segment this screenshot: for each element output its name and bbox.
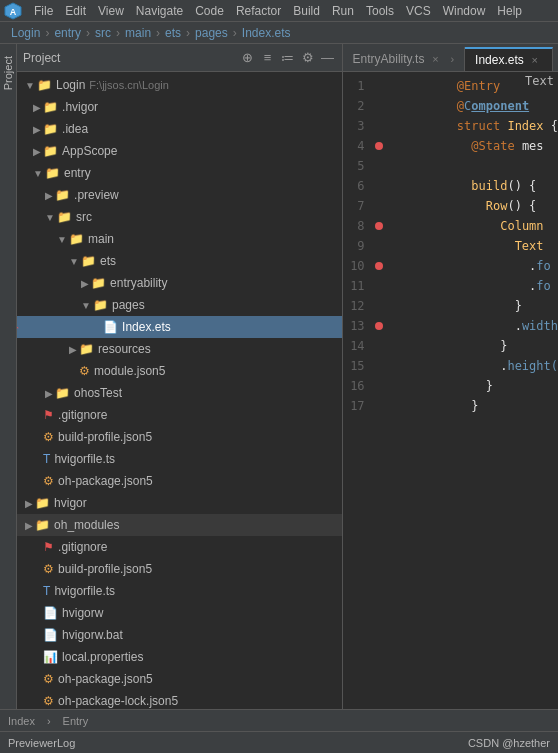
editor-content: 1 @Entry 2 @Component 3 struct Index { (343, 72, 558, 709)
tab-index-close[interactable]: × (528, 53, 542, 67)
menu-run[interactable]: Run (326, 2, 360, 20)
tree-item-resources[interactable]: ▶ 📁 resources (17, 338, 342, 360)
menu-window[interactable]: Window (437, 2, 492, 20)
folder-icon: 📁 (35, 496, 50, 510)
bc-src[interactable]: src (95, 26, 111, 40)
tree-label: .idea (62, 122, 88, 136)
bc-login[interactable]: Login (11, 26, 40, 40)
folder-icon: 📁 (81, 254, 96, 268)
tab-entryability-close[interactable]: × (428, 52, 442, 66)
tree-item-build-profile[interactable]: ▶ ⚙ build-profile.json5 (17, 426, 342, 448)
arrow-icon: ▼ (81, 300, 91, 311)
tree-item-gitignore2[interactable]: ▶ ⚑ .gitignore (17, 536, 342, 558)
menu-view[interactable]: View (92, 2, 130, 20)
svg-point-2 (375, 142, 383, 150)
menu-code[interactable]: Code (189, 2, 230, 20)
bc-ets[interactable]: ets (165, 26, 181, 40)
tree-item-hvigorw[interactable]: ▶ 📄 hvigorw (17, 602, 342, 624)
tree-item-oh-package-lock[interactable]: ▶ ⚙ oh-package-lock.json5 (17, 690, 342, 709)
arrow-icon: ▶ (25, 498, 33, 509)
folder-src-icon: 📁 (57, 210, 72, 224)
tree-item-gitignore1[interactable]: ▶ ⚑ .gitignore (17, 404, 342, 426)
tree-item-oh-package[interactable]: ▶ ⚙ oh-package.json5 (17, 470, 342, 492)
tree-item-oh-modules[interactable]: ▶ 📁 oh_modules (17, 514, 342, 536)
tree-item-src[interactable]: ▼ 📁 src (17, 206, 342, 228)
project-tab-label[interactable]: Project (0, 48, 16, 98)
tree-item-hvigorfile-ts2[interactable]: ▶ T hvigorfile.ts (17, 580, 342, 602)
file-tree: ▼ 📁 Login F:\jjsos.cn\Login ▶ 📁 .hvigor … (17, 72, 342, 709)
tree-item-hvigor-root[interactable]: ▶ 📁 hvigor (17, 492, 342, 514)
line-num-8: 8 (343, 219, 373, 233)
oh-modules-folder-icon: 📁 (35, 518, 50, 532)
line-num-14: 14 (343, 339, 373, 353)
settings-icon[interactable]: ⚙ (300, 50, 316, 66)
tree-label: hvigorw.bat (62, 628, 123, 642)
line-num-4: 4 (343, 139, 373, 153)
folder-icon: 📁 (43, 100, 58, 114)
tree-item-index-ets[interactable]: ▶ 📄 Index.ets (17, 316, 342, 338)
tree-item-build-profile2[interactable]: ▶ ⚙ build-profile.json5 (17, 558, 342, 580)
tree-item-ets[interactable]: ▼ 📁 ets (17, 250, 342, 272)
tree-item-login[interactable]: ▼ 📁 Login F:\jjsos.cn\Login (17, 74, 342, 96)
svg-point-3 (375, 222, 383, 230)
tree-item-local-properties[interactable]: ▶ 📊 local.properties (17, 646, 342, 668)
tab-entryability[interactable]: EntryAbility.ts × › (343, 47, 465, 71)
menu-file[interactable]: File (28, 2, 59, 20)
bc-pages[interactable]: pages (195, 26, 228, 40)
minimize-icon[interactable]: — (320, 50, 336, 66)
folder-icon: 📁 (55, 188, 70, 202)
json-file-icon4: ⚙ (43, 562, 54, 576)
arrow-icon: ▼ (25, 80, 35, 91)
git-file-icon2: ⚑ (43, 540, 54, 554)
tree-item-hvigor[interactable]: ▶ 📁 .hvigor (17, 96, 342, 118)
breakpoint-13 (373, 321, 385, 331)
ts-file-icon2: T (43, 584, 50, 598)
tree-label: oh_modules (54, 518, 119, 532)
tree-item-entryability[interactable]: ▶ 📁 entryability (17, 272, 342, 294)
tree-item-hvigorfile-ts[interactable]: ▶ T hvigorfile.ts (17, 448, 342, 470)
tree-label: Login (56, 78, 85, 92)
previewer-log[interactable]: PreviewerLog (8, 737, 75, 749)
breakpoint-dot-8 (374, 221, 384, 231)
menu-vcs[interactable]: VCS (400, 2, 437, 20)
menu-refactor[interactable]: Refactor (230, 2, 287, 20)
project-panel-title: Project (23, 51, 236, 65)
tree-item-pages[interactable]: ▼ 📁 pages (17, 294, 342, 316)
json-file-icon: ⚙ (79, 364, 90, 378)
tree-item-module-json5[interactable]: ▶ ⚙ module.json5 (17, 360, 342, 382)
tree-item-appscope[interactable]: ▶ 📁 AppScope (17, 140, 342, 162)
menu-edit[interactable]: Edit (59, 2, 92, 20)
menu-build[interactable]: Build (287, 2, 326, 20)
line-num-12: 12 (343, 299, 373, 313)
tree-item-main[interactable]: ▼ 📁 main (17, 228, 342, 250)
tree-item-oh-package2[interactable]: ▶ ⚙ oh-package.json5 (17, 668, 342, 690)
vertical-tab: Project (0, 44, 17, 709)
line-num-3: 3 (343, 119, 373, 133)
sort-icon[interactable]: ≔ (280, 50, 296, 66)
tree-item-entry[interactable]: ▼ 📁 entry (17, 162, 342, 184)
tree-label: oh-package.json5 (58, 672, 153, 686)
git-file-icon: ⚑ (43, 408, 54, 422)
tree-item-preview[interactable]: ▶ 📁 .preview (17, 184, 342, 206)
tree-label: src (76, 210, 92, 224)
menu-navigate[interactable]: Navigate (130, 2, 189, 20)
menu-help[interactable]: Help (491, 2, 528, 20)
bc-index[interactable]: Index.ets (242, 26, 291, 40)
editor-tabs: EntryAbility.ts × › Index.ets × (343, 44, 558, 72)
tree-item-hvigorw-bat[interactable]: ▶ 📄 hvigorw.bat (17, 624, 342, 646)
list-icon[interactable]: ≡ (260, 50, 276, 66)
tab-index-ets[interactable]: Index.ets × (465, 47, 553, 71)
tree-label: .hvigor (62, 100, 98, 114)
add-icon[interactable]: ⊕ (240, 50, 256, 66)
tree-item-idea[interactable]: ▶ 📁 .idea (17, 118, 342, 140)
text-clipped-label: Text (521, 72, 558, 90)
menu-tools[interactable]: Tools (360, 2, 400, 20)
folder-icon: 📁 (37, 78, 52, 92)
project-toolbar: Project ⊕ ≡ ≔ ⚙ — (17, 44, 342, 72)
bc-main[interactable]: main (125, 26, 151, 40)
tab-index-label: Index.ets (475, 53, 524, 67)
bc-entry[interactable]: entry (54, 26, 81, 40)
tab-entryability-label: EntryAbility.ts (353, 52, 425, 66)
tree-label: oh-package.json5 (58, 474, 153, 488)
tree-item-ohostest[interactable]: ▶ 📁 ohosTest (17, 382, 342, 404)
